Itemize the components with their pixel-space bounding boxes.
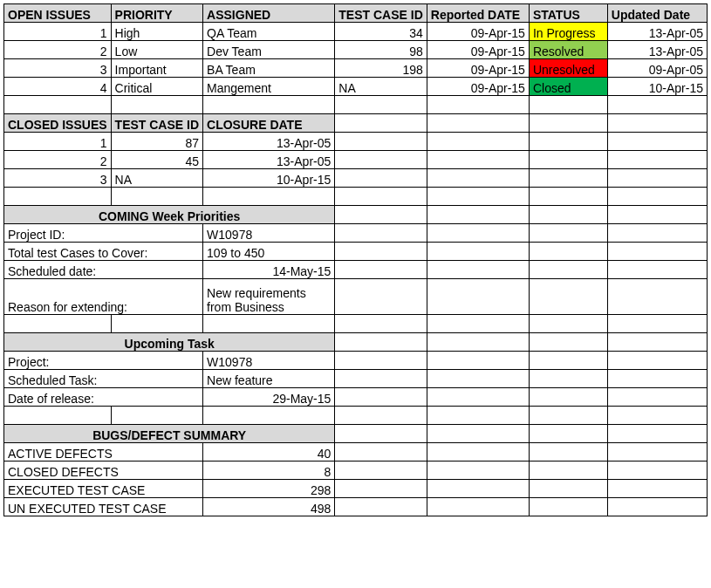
- open-issue-testcase: 98: [335, 41, 427, 59]
- open-issue-priority: High: [111, 23, 202, 41]
- open-issue-updated: 13-Apr-05: [607, 41, 707, 59]
- open-issue-reported: 09-Apr-15: [427, 78, 529, 96]
- upcoming-task-label: Date of release:: [4, 388, 203, 407]
- open-issue-priority: Low: [111, 41, 202, 59]
- closed-issue-id: 2: [4, 151, 112, 169]
- open-issue-priority: Critical: [111, 78, 202, 96]
- open-issues-header: STATUS: [529, 4, 607, 23]
- bugs-summary-value: 8: [203, 462, 335, 480]
- open-issues-header: TEST CASE ID: [335, 4, 427, 23]
- upcoming-task-label: Project:: [4, 352, 203, 370]
- coming-week-value: W10978: [203, 224, 335, 243]
- closed-issue-testcase: 45: [111, 151, 202, 169]
- open-issue-reported: 09-Apr-15: [427, 41, 529, 59]
- open-issue-id: 4: [4, 78, 112, 96]
- upcoming-task-title: Upcoming Task: [4, 333, 335, 352]
- closed-issues-header: CLOSURE DATE: [203, 114, 335, 133]
- open-issue-testcase: 34: [335, 23, 427, 41]
- open-issue-assigned: QA Team: [203, 23, 335, 41]
- bugs-summary-label: ACTIVE DEFECTS: [4, 443, 203, 462]
- open-issue-assigned: Mangement: [203, 78, 335, 96]
- open-issue-id: 1: [4, 23, 112, 41]
- coming-week-value: New requirements from Business: [203, 279, 335, 315]
- bugs-summary-label: UN EXECUTED TEST CASE: [4, 498, 203, 516]
- coming-week-value: 109 to 450: [203, 243, 335, 261]
- open-issue-reported: 09-Apr-15: [427, 23, 529, 41]
- bugs-summary-label: CLOSED DEFECTS: [4, 462, 203, 480]
- upcoming-task-label: Scheduled Task:: [4, 370, 203, 388]
- closed-issue-id: 1: [4, 133, 112, 151]
- coming-week-label: Total test Cases to Cover:: [4, 243, 203, 261]
- upcoming-task-value: New feature: [203, 370, 335, 388]
- upcoming-task-value: W10978: [203, 352, 335, 370]
- closed-issue-closure: 13-Apr-05: [203, 133, 335, 151]
- bugs-summary-value: 498: [203, 498, 335, 516]
- coming-week-label: Reason for extending:: [4, 279, 203, 315]
- closed-issue-id: 3: [4, 169, 112, 188]
- open-issue-assigned: BA Team: [203, 59, 335, 78]
- open-issue-status: Closed: [529, 78, 607, 96]
- open-issues-header: Reported DATE: [427, 4, 529, 23]
- coming-week-label: Scheduled date:: [4, 261, 203, 279]
- open-issue-testcase: NA: [335, 78, 427, 96]
- open-issues-header: PRIORITY: [111, 4, 202, 23]
- coming-week-label: Project ID:: [4, 224, 203, 243]
- bugs-summary-value: 298: [203, 480, 335, 498]
- bugs-summary-value: 40: [203, 443, 335, 462]
- open-issue-updated: 09-Apr-05: [607, 59, 707, 78]
- closed-issue-testcase: NA: [111, 169, 202, 188]
- open-issue-reported: 09-Apr-15: [427, 59, 529, 78]
- closed-issue-testcase: 87: [111, 133, 202, 151]
- coming-week-value: 14-May-15: [203, 261, 335, 279]
- closed-issue-closure: 10-Apr-15: [203, 169, 335, 188]
- closed-issue-closure: 13-Apr-05: [203, 151, 335, 169]
- open-issue-id: 2: [4, 41, 112, 59]
- bugs-summary-label: EXECUTED TEST CASE: [4, 480, 203, 498]
- bugs-summary-title: BUGS/DEFECT SUMMARY: [4, 425, 335, 443]
- upcoming-task-value: 29-May-15: [203, 388, 335, 407]
- open-issues-header: Updated Date: [607, 4, 707, 23]
- open-issue-id: 3: [4, 59, 112, 78]
- open-issue-assigned: Dev Team: [203, 41, 335, 59]
- open-issue-updated: 10-Apr-15: [607, 78, 707, 96]
- closed-issues-header: TEST CASE ID: [111, 114, 202, 133]
- open-issue-priority: Important: [111, 59, 202, 78]
- open-issue-status: In Progress: [529, 23, 607, 41]
- open-issue-updated: 13-Apr-05: [607, 23, 707, 41]
- closed-issues-header: CLOSED ISSUES: [4, 114, 112, 133]
- coming-week-title: COMING Week Priorities: [4, 206, 335, 224]
- open-issue-status: Unresolved: [529, 59, 607, 78]
- spreadsheet: OPEN ISSUESPRIORITYASSIGNEDTEST CASE IDR…: [3, 3, 708, 516]
- open-issues-header: OPEN ISSUES: [4, 4, 112, 23]
- open-issue-testcase: 198: [335, 59, 427, 78]
- open-issues-header: ASSIGNED: [203, 4, 335, 23]
- open-issue-status: Resolved: [529, 41, 607, 59]
